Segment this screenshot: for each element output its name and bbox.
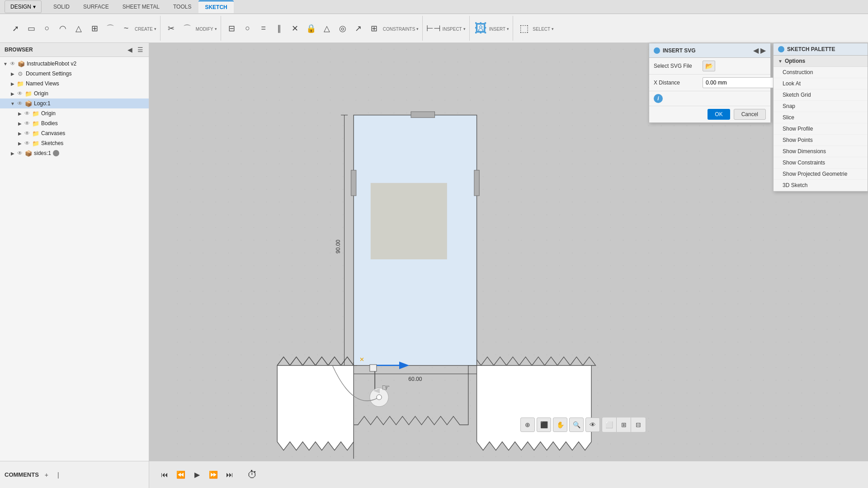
- display-grid-btn[interactable]: ⊞: [617, 418, 631, 432]
- coincident-icon[interactable]: ✕: [288, 21, 302, 36]
- modify-dropdown-arrow[interactable]: ▾: [215, 27, 217, 31]
- rectangle-icon[interactable]: ▭: [24, 21, 38, 36]
- tab-tools[interactable]: TOOLS: [167, 0, 198, 13]
- eye-logo1[interactable]: 👁: [16, 100, 24, 107]
- tree-item-logo1-canvases[interactable]: ▶ 👁 📁 Canvases: [0, 128, 149, 138]
- midpoint-icon[interactable]: △: [320, 21, 334, 36]
- create-dropdown-arrow[interactable]: ▾: [154, 27, 156, 31]
- eye-logo1-canvases[interactable]: 👁: [24, 130, 31, 136]
- expand-logo1-sketches[interactable]: ▶: [16, 140, 24, 147]
- insert-svg-cancel-btn[interactable]: Cancel: [734, 109, 766, 120]
- palette-item-3d-sketch[interactable]: 3D Sketch: [774, 180, 868, 191]
- tree-item-origin[interactable]: ▶ 👁 📁 Origin: [0, 89, 149, 99]
- tree-item-doc-settings[interactable]: ▶ ⚙ Document Settings: [0, 69, 149, 79]
- select-dropdown-arrow[interactable]: ▾: [552, 27, 554, 31]
- orbit-btn[interactable]: ⊕: [520, 418, 535, 432]
- expand-logo1-canvases[interactable]: ▶: [16, 130, 24, 137]
- spline-icon[interactable]: ~: [119, 21, 133, 36]
- tree-item-logo1-sketches[interactable]: ▶ 👁 📁 Sketches: [0, 138, 149, 148]
- tab-sketch[interactable]: SKETCH: [198, 0, 233, 13]
- circle-icon[interactable]: ○: [40, 21, 54, 36]
- tree-item-named-views[interactable]: ▶ 📁 Named Views: [0, 79, 149, 89]
- eye-root[interactable]: 👁: [9, 61, 16, 67]
- expand-logo1-bodies[interactable]: ▶: [16, 120, 24, 127]
- palette-item-slice[interactable]: Slice: [774, 112, 868, 123]
- next-btn[interactable]: ⏩: [207, 469, 220, 481]
- arc-icon[interactable]: ◠: [56, 21, 70, 36]
- equal-icon[interactable]: =: [256, 21, 271, 36]
- tree-item-logo1-bodies[interactable]: ▶ 👁 📁 Bodies: [0, 118, 149, 128]
- options-section-header[interactable]: ▼ Options: [774, 56, 868, 67]
- play-btn[interactable]: ▶: [191, 469, 203, 481]
- display-env-btn[interactable]: ⊟: [631, 418, 646, 432]
- zoom-btn[interactable]: 🔍: [569, 418, 584, 432]
- expand-doc-settings[interactable]: ▶: [9, 70, 16, 77]
- trim-icon[interactable]: ✂: [164, 21, 179, 36]
- line-icon[interactable]: ➚: [8, 21, 23, 36]
- eye-logo1-sketches[interactable]: 👁: [24, 140, 31, 146]
- palette-item-look-at[interactable]: Look At: [774, 78, 868, 89]
- skip-fwd-btn[interactable]: ⏭: [223, 469, 236, 481]
- tangent-icon[interactable]: ↗: [351, 21, 366, 36]
- eye-logo1-origin[interactable]: 👁: [24, 110, 31, 117]
- lock-icon[interactable]: 🔒: [304, 21, 318, 36]
- timeline-icon[interactable]: ⏱: [244, 467, 260, 483]
- insert-svg-ok-btn[interactable]: OK: [708, 109, 730, 120]
- horizontal-icon[interactable]: ⊟: [225, 21, 239, 36]
- tab-sheet-metal[interactable]: SHEET METAL: [116, 0, 166, 13]
- insert-svg-prev-btn[interactable]: ◀: [753, 46, 759, 55]
- design-button[interactable]: DESIGN ▾: [5, 0, 42, 13]
- skip-back-btn[interactable]: ⏮: [158, 469, 171, 481]
- insert-svg-next-btn[interactable]: ▶: [760, 46, 766, 55]
- insert-image-icon[interactable]: 🖼: [473, 21, 488, 36]
- offset-icon[interactable]: ⊞: [87, 21, 102, 36]
- expand-origin[interactable]: ▶: [9, 90, 16, 97]
- palette-item-show-points[interactable]: Show Points: [774, 135, 868, 146]
- info-row: i: [649, 91, 770, 106]
- symmetric-icon[interactable]: ⊞: [367, 21, 382, 36]
- curve-icon[interactable]: ⌒: [103, 21, 118, 36]
- palette-item-show-dimensions[interactable]: Show Dimensions: [774, 146, 868, 157]
- palette-item-snap[interactable]: Snap: [774, 101, 868, 112]
- concentric-icon[interactable]: ◎: [335, 21, 350, 36]
- browser-collapse-btn[interactable]: ◀: [126, 46, 134, 54]
- tab-surface[interactable]: SURFACE: [77, 0, 115, 13]
- eye-sides1[interactable]: 👁: [16, 150, 24, 156]
- x-distance-input[interactable]: [703, 77, 777, 88]
- svg-file-browse-btn[interactable]: 📂: [703, 61, 715, 71]
- pan-home-btn[interactable]: ⬛: [537, 418, 551, 432]
- parallel-icon[interactable]: ∥: [272, 21, 287, 36]
- expand-named-views[interactable]: ▶: [9, 80, 16, 87]
- palette-item-show-projected[interactable]: Show Projected Geometrie: [774, 169, 868, 180]
- palette-item-construction[interactable]: Construction: [774, 67, 868, 78]
- measure-icon[interactable]: ⊢⊣: [426, 21, 441, 36]
- palette-item-show-profile[interactable]: Show Profile: [774, 123, 868, 135]
- display-style-btn[interactable]: ⬜: [602, 418, 617, 432]
- ellipse-icon[interactable]: ○: [241, 21, 255, 36]
- expand-logo1-origin[interactable]: ▶: [16, 110, 24, 117]
- tree-item-root[interactable]: ▼ 👁 📦 InstructableRobot v2: [0, 59, 149, 69]
- triangle-icon[interactable]: △: [71, 21, 86, 36]
- eye-origin[interactable]: 👁: [16, 90, 24, 97]
- extend-icon[interactable]: ⌒: [180, 21, 194, 36]
- tree-item-sides1[interactable]: ▶ 👁 📦 sides:1: [0, 148, 149, 158]
- comments-menu-btn[interactable]: |: [54, 471, 62, 479]
- expand-root[interactable]: ▼: [2, 60, 9, 67]
- comments-add-btn[interactable]: +: [42, 471, 51, 479]
- constraints-dropdown-arrow[interactable]: ▾: [416, 27, 419, 31]
- look-btn[interactable]: 👁: [585, 418, 600, 432]
- prev-btn[interactable]: ⏪: [175, 469, 187, 481]
- expand-logo1[interactable]: ▼: [9, 100, 16, 107]
- tab-solid[interactable]: SOLID: [47, 0, 76, 13]
- eye-logo1-bodies[interactable]: 👁: [24, 120, 31, 127]
- palette-item-show-constraints[interactable]: Show Constraints: [774, 157, 868, 169]
- pan-btn[interactable]: ✋: [553, 418, 567, 432]
- expand-sides1[interactable]: ▶: [9, 150, 16, 157]
- palette-item-sketch-grid[interactable]: Sketch Grid: [774, 89, 868, 101]
- tree-item-logo1[interactable]: ▼ 👁 📦 Logo:1: [0, 99, 149, 108]
- insert-dropdown-arrow[interactable]: ▾: [507, 27, 509, 31]
- inspect-dropdown-arrow[interactable]: ▾: [463, 27, 466, 31]
- browser-menu-btn[interactable]: ☰: [136, 46, 144, 54]
- select-icon[interactable]: ⬚: [517, 21, 531, 36]
- tree-item-logo1-origin[interactable]: ▶ 👁 📁 Origin: [0, 108, 149, 118]
